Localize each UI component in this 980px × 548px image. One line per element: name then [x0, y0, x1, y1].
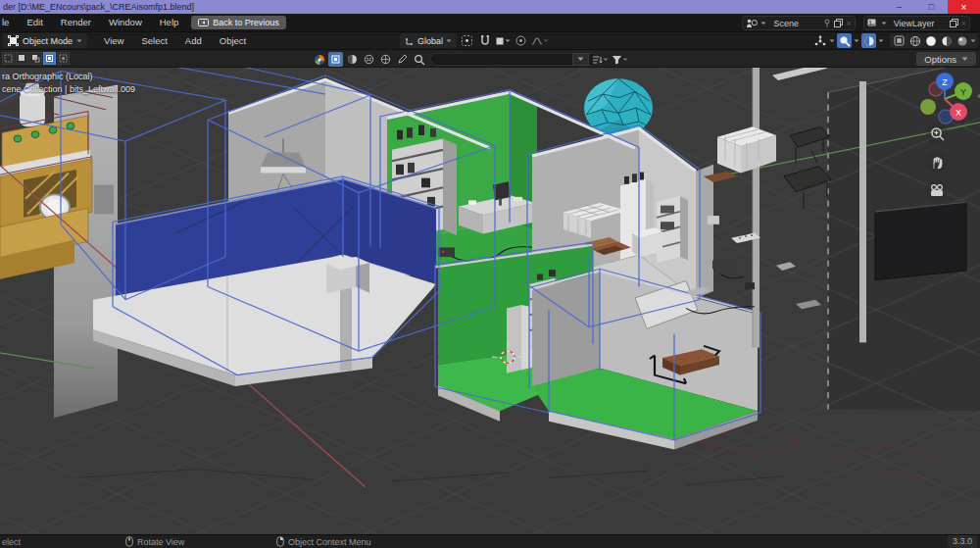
- chevron-down-icon: [543, 39, 549, 43]
- brush-icon: [397, 54, 408, 65]
- indirect-only-button[interactable]: [378, 52, 393, 67]
- duplicate-icon[interactable]: [834, 19, 843, 27]
- chevron-down-icon[interactable]: [854, 39, 859, 43]
- axis-y-label: Y: [960, 87, 966, 97]
- window-controls: – □ ×: [883, 0, 980, 14]
- viewport-canvas[interactable]: [0, 68, 980, 534]
- select-subtract-icon: [45, 54, 54, 63]
- shading-rendered-button[interactable]: [955, 33, 969, 48]
- menu-edit[interactable]: Edit: [18, 14, 51, 31]
- xray-box-icon: [894, 35, 905, 46]
- collapse-menu-button[interactable]: [572, 53, 589, 66]
- pan-button[interactable]: [926, 151, 948, 173]
- shelf-boxes: [657, 196, 688, 263]
- transform-orientation-selector[interactable]: Global: [400, 33, 457, 48]
- show-overlays-toggle[interactable]: [837, 33, 852, 48]
- scene-selector[interactable]: Scene ×: [742, 16, 855, 30]
- xray-toggle[interactable]: [861, 33, 876, 48]
- material-sphere-icon: [941, 35, 953, 47]
- status-select-hint: elect: [0, 537, 21, 547]
- solid-sphere-icon: [925, 35, 937, 47]
- ceiling-lamp: [261, 152, 306, 167]
- zoom-button[interactable]: [926, 123, 948, 144]
- duplicate-icon[interactable]: [950, 19, 958, 27]
- chevron-down-icon: [603, 58, 609, 62]
- select-mode-subtract[interactable]: [43, 52, 56, 65]
- shading-wireframe-button[interactable]: [907, 33, 922, 48]
- snap-increment-icon: [495, 36, 505, 46]
- proportional-circle-icon: [515, 35, 526, 46]
- globe-icon: [380, 54, 391, 65]
- back-to-previous-button[interactable]: Back to Previous: [191, 16, 286, 29]
- gizmo-toggle-icon: [814, 35, 826, 47]
- mask-icon: [364, 54, 374, 65]
- window-title: der [D:\ME_ENcours\pack_\CREAisomfp1.ble…: [0, 2, 194, 12]
- tool-settings-row: Options: [0, 50, 980, 68]
- funnel-icon: [612, 55, 622, 65]
- close-button[interactable]: ×: [948, 0, 980, 14]
- menu-add[interactable]: Add: [176, 35, 211, 46]
- shading-solid-button[interactable]: [923, 33, 938, 48]
- display-mode-button[interactable]: [328, 52, 343, 67]
- chevron-down-icon[interactable]: [829, 39, 835, 43]
- select-mode-new[interactable]: [16, 52, 28, 65]
- zoom-icon: [930, 126, 945, 141]
- half-sphere-icon: [347, 54, 358, 65]
- viewport-3d[interactable]: ra Orthographic (Local) cene Collection …: [0, 68, 980, 534]
- pin-icon[interactable]: [823, 19, 831, 27]
- mode-selector[interactable]: Object Mode: [3, 33, 87, 48]
- filter-button[interactable]: [612, 52, 628, 67]
- rendered-sphere-icon: [956, 35, 968, 47]
- options-button[interactable]: Options: [916, 52, 976, 66]
- proportional-editing-toggle[interactable]: [514, 33, 528, 48]
- viewport-header: Object Mode View Select Add Object Globa…: [0, 32, 980, 50]
- falloff-curve-icon: [531, 36, 543, 46]
- chevron-down-icon: [446, 39, 452, 43]
- mouse-right-icon: [276, 536, 284, 547]
- menu-window[interactable]: Window: [100, 14, 151, 31]
- minimize-button[interactable]: –: [883, 0, 915, 14]
- chevron-down-icon: [505, 39, 511, 43]
- scene-stats-button[interactable]: [345, 52, 360, 67]
- menu-view[interactable]: View: [95, 35, 132, 46]
- maximize-button[interactable]: □: [915, 0, 948, 14]
- select-intersect-icon: [59, 54, 68, 63]
- floor-device: [438, 247, 455, 257]
- camera-view-button[interactable]: [926, 179, 948, 201]
- menubar: le Edit Render Window Help Back to Previ…: [0, 14, 980, 32]
- sort-icon: [592, 55, 603, 65]
- holdout-button[interactable]: [362, 52, 376, 67]
- select-mode-extend[interactable]: [29, 52, 42, 65]
- select-extend-icon: [31, 54, 40, 63]
- show-gizmo-toggle[interactable]: [812, 33, 827, 48]
- axis-z-label: Z: [942, 77, 948, 87]
- select-mode-tweak[interactable]: [2, 52, 15, 65]
- snap-target-selector[interactable]: [495, 33, 511, 48]
- search-button[interactable]: [412, 52, 426, 67]
- menu-help[interactable]: Help: [151, 14, 188, 31]
- blender-version: 3.3.0: [948, 535, 977, 548]
- axis-neg-y[interactable]: [920, 99, 936, 115]
- pan-hand-icon: [930, 155, 945, 170]
- shading-material-button[interactable]: [939, 33, 954, 48]
- viewlayer-selector[interactable]: ViewLayer ×: [863, 16, 970, 30]
- snap-toggle[interactable]: [477, 33, 492, 48]
- geodesic-dome[interactable]: [584, 78, 653, 136]
- falloff-selector[interactable]: [531, 33, 549, 48]
- select-mode-intersect[interactable]: [57, 52, 70, 65]
- chevron-down-icon[interactable]: [878, 39, 884, 43]
- pivot-point-selector[interactable]: [460, 33, 474, 48]
- toggle-xray-button[interactable]: [892, 33, 906, 48]
- titlebar[interactable]: der [D:\ME_ENcours\pack_\CREAisomfp1.ble…: [0, 0, 980, 14]
- menu-select[interactable]: Select: [132, 35, 175, 46]
- sort-options-button[interactable]: [592, 52, 609, 67]
- view-layer-icon: [330, 54, 341, 65]
- menu-file[interactable]: le: [0, 14, 18, 31]
- annotate-brush-button[interactable]: [395, 52, 410, 67]
- menu-render[interactable]: Render: [52, 14, 100, 31]
- chevron-down-icon[interactable]: [970, 39, 976, 43]
- blender-window: der [D:\ME_ENcours\pack_\CREAisomfp1.ble…: [0, 0, 980, 548]
- x-icon: ×: [846, 19, 851, 28]
- chevron-down-icon: [76, 39, 82, 43]
- menu-object[interactable]: Object: [211, 35, 255, 46]
